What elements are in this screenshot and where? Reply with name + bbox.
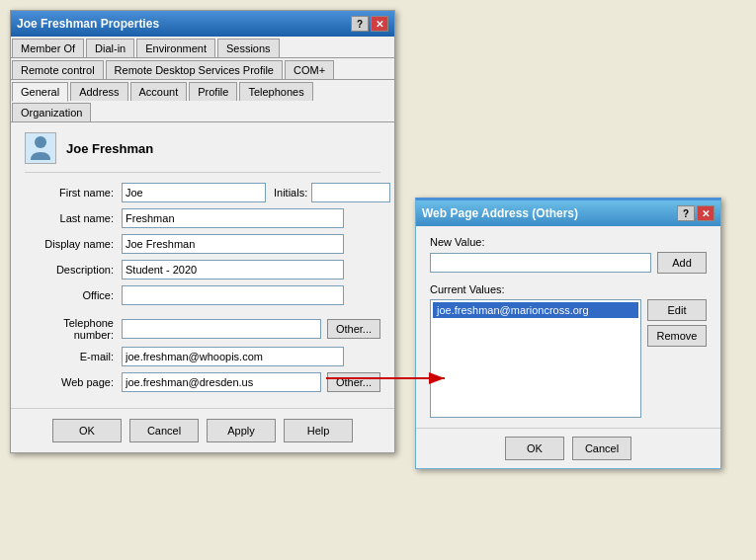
main-dialog-footer: OK Cancel Apply Help [11, 408, 394, 452]
initials-label: Initials: [274, 187, 307, 199]
firstname-label: First name: [25, 187, 114, 199]
edit-button[interactable]: Edit [647, 299, 707, 321]
close-button[interactable]: ✕ [371, 16, 388, 32]
titlebar-buttons: ? ✕ [351, 16, 388, 32]
avatar [25, 132, 56, 164]
tab-address[interactable]: Address [70, 82, 127, 101]
firstname-input[interactable] [122, 183, 266, 202]
help-btn[interactable]: Help [284, 419, 353, 442]
tab-organization[interactable]: Organization [12, 103, 91, 121]
new-value-input[interactable] [430, 253, 651, 273]
description-label: Description: [25, 264, 114, 276]
dialog-content: Joe Freshman First name: Initials: Last … [11, 122, 394, 408]
main-dialog: Joe Freshman Properties ? ✕ Member Of Di… [10, 10, 395, 453]
new-value-label: New Value: [430, 236, 707, 248]
current-values-list: joe.freshman@marioncross.org [430, 299, 641, 418]
apply-button[interactable]: Apply [207, 419, 276, 442]
current-values-label: Current Values: [430, 283, 707, 295]
email-label: E-mail: [25, 351, 114, 362]
ok-button[interactable]: OK [52, 419, 122, 442]
new-value-row: Add [430, 252, 707, 274]
description-row: Description: [25, 260, 380, 280]
secondary-ok-button[interactable]: OK [505, 437, 564, 460]
office-input[interactable] [122, 285, 344, 305]
description-input[interactable] [122, 260, 344, 280]
cv-action-buttons: Edit Remove [647, 299, 707, 347]
secondary-content: New Value: Add Current Values: joe.fresh… [416, 226, 720, 428]
tab-general[interactable]: General [12, 82, 68, 102]
tab-com-plus[interactable]: COM+ [285, 60, 334, 79]
initials-input[interactable] [311, 183, 390, 202]
telephone-other-button[interactable]: Other... [327, 319, 380, 339]
tab-profile[interactable]: Profile [189, 82, 237, 101]
tab-telephones[interactable]: Telephones [239, 82, 312, 101]
tabs-row-2: Remote control Remote Desktop Services P… [11, 58, 394, 80]
cancel-button[interactable]: Cancel [129, 419, 199, 442]
firstname-row: First name: Initials: [25, 183, 380, 202]
tab-sessions[interactable]: Sessions [217, 39, 280, 57]
tabs-row-1: Member Of Dial-in Environment Sessions [11, 37, 394, 58]
tab-remote-control[interactable]: Remote control [12, 60, 104, 79]
secondary-dialog-titlebar: Web Page Address (Others) ? ✕ [416, 200, 720, 226]
lastname-input[interactable] [122, 208, 344, 228]
webpage-row: Web page: Other... [25, 372, 380, 392]
secondary-cancel-button[interactable]: Cancel [572, 437, 631, 460]
secondary-dialog-title: Web Page Address (Others) [422, 206, 578, 220]
secondary-help-button[interactable]: ? [677, 205, 695, 221]
current-values-row: joe.freshman@marioncross.org Edit Remove [430, 299, 707, 418]
email-input[interactable] [122, 347, 344, 366]
telephone-label: Telephone number: [25, 317, 114, 341]
tab-environment[interactable]: Environment [136, 39, 215, 57]
tab-account[interactable]: Account [130, 82, 188, 101]
tab-member-of[interactable]: Member Of [12, 39, 84, 57]
webpage-input[interactable] [122, 372, 321, 392]
displayname-input[interactable] [122, 234, 344, 254]
secondary-dialog-footer: OK Cancel [416, 428, 720, 468]
tabs-row-3: General Address Account Profile Telephon… [11, 80, 394, 122]
cv-item-0[interactable]: joe.freshman@marioncross.org [433, 302, 638, 318]
main-dialog-titlebar: Joe Freshman Properties ? ✕ [11, 11, 394, 37]
email-row: E-mail: [25, 347, 380, 366]
help-button[interactable]: ? [351, 16, 369, 32]
office-label: Office: [25, 289, 114, 301]
office-row: Office: [25, 285, 380, 305]
secondary-dialog: Web Page Address (Others) ? ✕ New Value:… [415, 198, 721, 469]
lastname-label: Last name: [25, 212, 114, 224]
svg-point-0 [35, 136, 46, 148]
user-header: Joe Freshman [25, 132, 380, 173]
displayname-row: Display name: [25, 234, 380, 254]
secondary-titlebar-buttons: ? ✕ [677, 205, 714, 221]
telephone-row: Telephone number: Other... [25, 317, 380, 341]
remove-button[interactable]: Remove [647, 325, 707, 347]
lastname-row: Last name: [25, 208, 380, 228]
main-dialog-title: Joe Freshman Properties [17, 17, 159, 31]
tab-rdp-profile[interactable]: Remote Desktop Services Profile [106, 60, 283, 79]
secondary-close-button[interactable]: ✕ [697, 205, 714, 221]
webpage-other-button[interactable]: Other... [327, 372, 380, 392]
current-values-list-wrapper: joe.freshman@marioncross.org [430, 299, 641, 418]
telephone-input[interactable] [122, 319, 321, 339]
tab-dial-in[interactable]: Dial-in [86, 39, 134, 57]
displayname-label: Display name: [25, 238, 114, 250]
webpage-label: Web page: [25, 376, 114, 388]
user-display-name: Joe Freshman [66, 141, 153, 156]
add-button[interactable]: Add [657, 252, 707, 274]
